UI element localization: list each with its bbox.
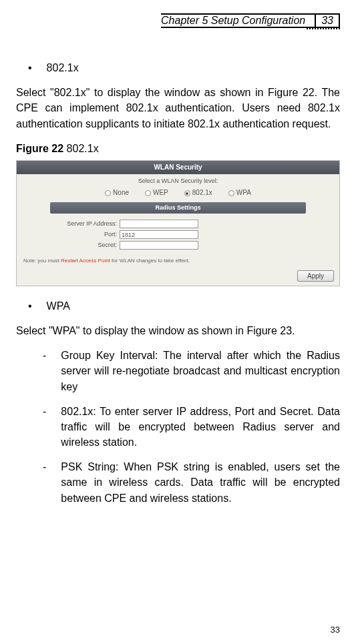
list-text: Group Key Interval: The interval after w… <box>61 348 340 394</box>
figure-subhead: Select a WLAN Security level: <box>17 174 339 187</box>
apply-row: Apply <box>17 268 339 286</box>
figure-title-bar: WLAN Security <box>17 161 339 175</box>
radio-label: 802.1x <box>192 188 212 198</box>
figure-label-bold: Figure 22 <box>16 143 63 154</box>
secret-input[interactable] <box>120 241 198 250</box>
bullet-item-8021x: • 802.1x <box>28 60 340 75</box>
page-number-bottom: 33 <box>331 625 340 635</box>
list-text: PSK String: When PSK string is enabled, … <box>61 459 340 506</box>
radio-icon <box>184 190 190 196</box>
dash-icon: - <box>43 459 46 506</box>
figure-22-screenshot: WLAN Security Select a WLAN Security lev… <box>16 160 340 286</box>
secret-label: Secret: <box>50 241 117 250</box>
radio-label: None <box>113 188 129 198</box>
server-ip-label: Server IP Address: <box>50 220 117 228</box>
restart-note: Note: you must Restart Access Point for … <box>17 254 339 268</box>
bullet-label: WPA <box>47 298 70 314</box>
port-label: Port: <box>50 230 117 239</box>
radio-label: WPA <box>236 188 251 198</box>
paragraph-wpa: Select "WPA" to display the window as sh… <box>16 323 340 338</box>
server-ip-row: Server IP Address: <box>50 220 306 228</box>
radio-wpa[interactable]: WPA <box>228 188 251 198</box>
radio-label: WEP <box>153 188 168 198</box>
page-header: Chapter 5 Setup Configuration 33 <box>16 13 340 28</box>
radius-form: Server IP Address: Port: Secret: <box>17 214 339 254</box>
list-item: - PSK String: When PSK string is enabled… <box>43 459 340 506</box>
chapter-title: Chapter 5 Setup Configuration <box>161 15 315 27</box>
bullet-dot-icon: • <box>28 298 32 314</box>
bullet-dot-icon: • <box>28 60 32 75</box>
radio-none[interactable]: None <box>105 188 129 198</box>
radio-icon <box>228 190 234 196</box>
page-content: • 802.1x Select "802.1x" to display the … <box>16 60 340 506</box>
figure-22-label: Figure 22 802.1x <box>16 141 340 156</box>
page-number-top: 33 <box>315 15 339 27</box>
radius-settings-bar: Radius Settings <box>50 202 306 214</box>
note-red: Restart Access Point <box>61 258 110 264</box>
security-level-radio-row: None WEP 802.1x WPA <box>17 187 339 202</box>
port-input[interactable] <box>120 230 198 239</box>
header-dotted-rule <box>307 28 340 29</box>
server-ip-input[interactable] <box>120 220 198 228</box>
dash-icon: - <box>43 348 46 394</box>
note-prefix: Note: you must <box>23 258 61 264</box>
apply-button[interactable]: Apply <box>297 270 334 282</box>
radio-icon <box>145 190 151 196</box>
list-item: - 802.1x: To enter server IP address, Po… <box>43 404 340 450</box>
bullet-label: 802.1x <box>47 60 79 75</box>
figure-label-rest: 802.1x <box>63 143 98 154</box>
radio-icon <box>105 190 111 196</box>
secret-row: Secret: <box>50 241 306 250</box>
bullet-item-wpa: • WPA <box>28 298 340 314</box>
note-suffix: for WLAN changes to take effect. <box>110 258 190 264</box>
port-row: Port: <box>50 230 306 239</box>
list-text: 802.1x: To enter server IP address, Port… <box>61 404 340 450</box>
dash-icon: - <box>43 404 46 450</box>
wpa-sublist: - Group Key Interval: The interval after… <box>43 348 340 506</box>
radio-8021x[interactable]: 802.1x <box>184 188 212 198</box>
paragraph-8021x: Select "802.1x" to display the window as… <box>16 85 340 131</box>
header-title-box: Chapter 5 Setup Configuration 33 <box>161 13 340 28</box>
radio-wep[interactable]: WEP <box>145 188 168 198</box>
list-item: - Group Key Interval: The interval after… <box>43 348 340 394</box>
